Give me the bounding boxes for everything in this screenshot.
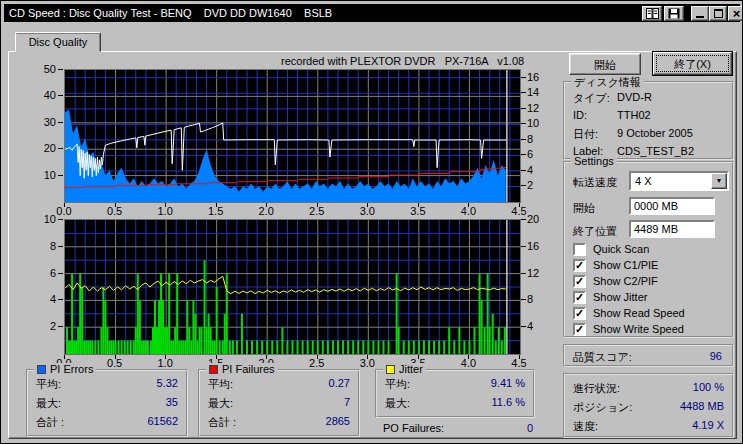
save-button[interactable] bbox=[664, 6, 684, 21]
tick-mark bbox=[58, 122, 63, 123]
pif-avg-value: 0.27 bbox=[329, 377, 350, 389]
y-axis-left-label: 10 bbox=[28, 213, 56, 225]
y-axis-right-label: 2 bbox=[527, 179, 533, 191]
show-read-speed-label: Show Read Speed bbox=[593, 307, 685, 319]
tick-mark bbox=[317, 203, 318, 207]
show-c1pie-label: Show C1/PIE bbox=[593, 259, 658, 271]
minimize-button[interactable] bbox=[691, 6, 709, 21]
y-axis-left-label: 20 bbox=[28, 142, 56, 154]
y-axis-left-label: 8 bbox=[28, 240, 56, 252]
chevron-down-icon: ▼ bbox=[716, 177, 723, 184]
report-button[interactable] bbox=[642, 6, 662, 21]
pif-total-value: 2865 bbox=[326, 415, 350, 427]
disc-info-group: ディスク情報 タイプ:DVD-R ID:TTH02 日付:9 October 2… bbox=[563, 81, 734, 160]
disc-id-label: ID: bbox=[573, 109, 587, 121]
tick-mark bbox=[58, 299, 63, 300]
pie-max-label: 最大: bbox=[36, 396, 61, 411]
end-pos-label: 終了位置 bbox=[573, 224, 617, 239]
y-axis-right-label: 4 bbox=[527, 320, 533, 332]
maximize-icon bbox=[714, 9, 723, 18]
y-axis-right-label: 20 bbox=[527, 213, 539, 225]
recorded-note: recorded with PLEXTOR DVDR PX-716A v1.08 bbox=[281, 55, 519, 67]
disc-info-title: ディスク情報 bbox=[571, 75, 644, 90]
tick-mark bbox=[521, 299, 526, 300]
pi-errors-legend-icon bbox=[37, 365, 46, 374]
jitter-avg-label: 平均: bbox=[385, 377, 410, 392]
maximize-button[interactable] bbox=[709, 6, 727, 21]
close-button[interactable]: × bbox=[728, 6, 743, 21]
pi-failures-stats-group: PI Failures 平均:0.27 最大:7 合計 :2865 bbox=[198, 369, 360, 437]
y-axis-right-label: 6 bbox=[527, 148, 533, 160]
tick-mark bbox=[521, 273, 526, 274]
pif-max-value: 7 bbox=[344, 396, 350, 408]
pif-total-label: 合計 : bbox=[208, 415, 236, 430]
tick-mark bbox=[521, 139, 526, 140]
pi-failures-chart bbox=[64, 219, 521, 355]
tick-mark bbox=[468, 203, 469, 207]
show-c1pie-checkbox[interactable]: ✓ bbox=[573, 259, 586, 272]
exit-button[interactable]: 終了(X) bbox=[652, 51, 733, 76]
y-axis-left-label: 40 bbox=[28, 89, 56, 101]
tick-mark bbox=[367, 203, 368, 207]
disc-type-value: DVD-R bbox=[617, 91, 652, 103]
tick-mark bbox=[165, 355, 166, 359]
position-label: ポジション: bbox=[573, 400, 632, 415]
show-read-speed-checkbox[interactable]: ✓ bbox=[573, 307, 586, 320]
end-pos-input[interactable] bbox=[629, 220, 715, 238]
minimize-icon bbox=[696, 16, 704, 18]
pie-avg-value: 5.32 bbox=[157, 377, 178, 389]
show-c2pif-checkbox[interactable]: ✓ bbox=[573, 275, 586, 288]
show-write-speed-checkbox[interactable]: ✓ bbox=[573, 323, 586, 336]
start-pos-input[interactable] bbox=[629, 197, 715, 215]
speed-select-value: 4 X bbox=[635, 175, 652, 187]
pi-failures-stats-title: PI Failures bbox=[206, 363, 278, 375]
tab-disc-quality[interactable]: Disc Quality bbox=[15, 32, 101, 52]
speed-select[interactable]: 4 X ▼ bbox=[629, 171, 729, 191]
jitter-max-value: 11.6 % bbox=[492, 396, 525, 408]
tick-mark bbox=[165, 203, 166, 207]
report-icon bbox=[646, 8, 659, 19]
pie-max-value: 35 bbox=[166, 396, 178, 408]
tick-mark bbox=[64, 355, 65, 359]
tick-mark bbox=[58, 69, 63, 70]
show-write-speed-label: Show Write Speed bbox=[593, 323, 684, 335]
tick-mark bbox=[58, 326, 63, 327]
jitter-avg-value: 9.41 % bbox=[491, 377, 525, 389]
jitter-stats-title: Jitter bbox=[383, 363, 426, 375]
y-axis-right-label: 8 bbox=[527, 133, 533, 145]
show-c2pif-label: Show C2/PIF bbox=[593, 275, 658, 287]
settings-group: Settings 転送速度 4 X ▼ 開始 終了位置 Quick Scan ✓… bbox=[563, 161, 734, 338]
quality-score-panel: 品質スコア: 96 bbox=[563, 344, 734, 367]
pi-errors-chart bbox=[64, 69, 521, 203]
y-axis-left-label: 50 bbox=[28, 63, 56, 75]
show-jitter-checkbox[interactable]: ✓ bbox=[573, 291, 586, 304]
quality-score-label: 品質スコア: bbox=[573, 350, 632, 365]
jitter-legend-icon bbox=[386, 365, 395, 374]
y-axis-right-label: 8 bbox=[527, 293, 533, 305]
pi-errors-stats-title: PI Errors bbox=[34, 363, 96, 375]
tick-mark bbox=[266, 203, 267, 207]
tick-mark bbox=[58, 246, 63, 247]
tick-mark bbox=[216, 355, 217, 359]
start-pos-label: 開始 bbox=[573, 201, 595, 216]
dropdown-button[interactable]: ▼ bbox=[711, 173, 727, 189]
tick-mark bbox=[58, 95, 63, 96]
close-icon: × bbox=[733, 8, 741, 19]
speed-label: 転送速度 bbox=[573, 175, 617, 190]
start-button[interactable]: 開始 bbox=[569, 53, 641, 75]
y-axis-right-label: 16 bbox=[527, 71, 539, 83]
tick-mark bbox=[521, 123, 526, 124]
tick-mark bbox=[367, 355, 368, 359]
tick-mark bbox=[519, 203, 520, 207]
pi-failures-legend-icon bbox=[209, 365, 218, 374]
speed-status-value: 4.19 X bbox=[692, 419, 724, 431]
tick-mark bbox=[115, 355, 116, 359]
start-button-label: 開始 bbox=[594, 59, 616, 71]
quick-scan-checkbox[interactable] bbox=[573, 243, 586, 256]
disc-label-value: CDS_TEST_B2 bbox=[617, 145, 694, 157]
disc-type-label: タイプ: bbox=[573, 91, 610, 106]
y-axis-left-label: 6 bbox=[28, 267, 56, 279]
tick-mark bbox=[64, 203, 65, 207]
tick-mark bbox=[519, 355, 520, 359]
y-axis-right-label: 12 bbox=[527, 267, 539, 279]
